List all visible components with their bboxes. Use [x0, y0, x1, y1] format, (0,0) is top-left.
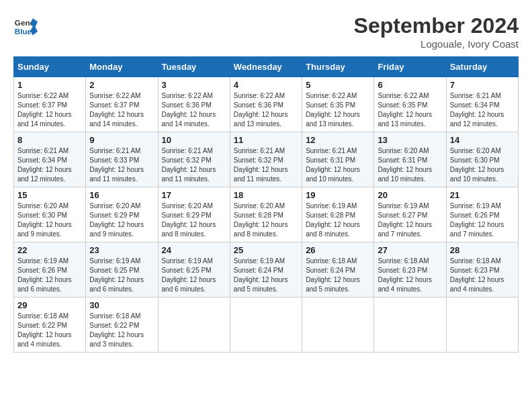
cell-info: Sunrise: 6:21 AMSunset: 6:31 PMDaylight:…: [306, 146, 370, 184]
calendar-cell: 29Sunrise: 6:18 AMSunset: 6:22 PMDayligh…: [14, 298, 86, 353]
weekday-row: SundayMondayTuesdayWednesdayThursdayFrid…: [14, 57, 519, 77]
calendar-cell: 27Sunrise: 6:18 AMSunset: 6:23 PMDayligh…: [374, 242, 446, 298]
day-number: 9: [89, 135, 154, 145]
calendar-cell: 15Sunrise: 6:20 AMSunset: 6:30 PMDayligh…: [14, 187, 86, 242]
cell-info: Sunrise: 6:19 AMSunset: 6:25 PMDaylight:…: [89, 257, 154, 294]
weekday-header: Monday: [86, 57, 158, 77]
calendar-cell: 26Sunrise: 6:18 AMSunset: 6:24 PMDayligh…: [302, 242, 374, 298]
day-number: 16: [89, 190, 154, 200]
weekday-header: Sunday: [14, 57, 86, 77]
cell-info: Sunrise: 6:19 AMSunset: 6:25 PMDaylight:…: [162, 257, 226, 294]
logo-icon: General Blue: [13, 13, 38, 38]
calendar-week-row: 1Sunrise: 6:22 AMSunset: 6:37 PMDaylight…: [14, 77, 519, 132]
cell-info: Sunrise: 6:19 AMSunset: 6:26 PMDaylight:…: [17, 257, 82, 294]
day-number: 11: [234, 135, 298, 145]
cell-info: Sunrise: 6:18 AMSunset: 6:24 PMDaylight:…: [306, 257, 370, 294]
weekday-header: Wednesday: [230, 57, 302, 77]
day-number: 8: [17, 135, 82, 145]
day-number: 14: [450, 135, 515, 145]
day-number: 10: [162, 135, 226, 145]
calendar-cell: 6Sunrise: 6:22 AMSunset: 6:35 PMDaylight…: [374, 77, 446, 132]
calendar-cell: 21Sunrise: 6:19 AMSunset: 6:26 PMDayligh…: [446, 187, 518, 242]
calendar-week-row: 15Sunrise: 6:20 AMSunset: 6:30 PMDayligh…: [14, 187, 519, 242]
cell-info: Sunrise: 6:18 AMSunset: 6:23 PMDaylight:…: [378, 257, 442, 294]
cell-info: Sunrise: 6:18 AMSunset: 6:22 PMDaylight:…: [17, 312, 82, 349]
weekday-header: Thursday: [302, 57, 374, 77]
day-number: 12: [306, 135, 370, 145]
calendar-cell: 25Sunrise: 6:19 AMSunset: 6:24 PMDayligh…: [230, 242, 302, 298]
calendar-cell: 5Sunrise: 6:22 AMSunset: 6:35 PMDaylight…: [302, 77, 374, 132]
cell-info: Sunrise: 6:22 AMSunset: 6:37 PMDaylight:…: [89, 91, 154, 129]
calendar-cell: [158, 298, 230, 353]
day-number: 2: [89, 80, 154, 90]
calendar-cell: 23Sunrise: 6:19 AMSunset: 6:25 PMDayligh…: [86, 242, 158, 298]
day-number: 26: [306, 245, 370, 255]
calendar-cell: 2Sunrise: 6:22 AMSunset: 6:37 PMDaylight…: [86, 77, 158, 132]
cell-info: Sunrise: 6:18 AMSunset: 6:23 PMDaylight:…: [450, 257, 515, 294]
cell-info: Sunrise: 6:22 AMSunset: 6:36 PMDaylight:…: [162, 91, 226, 129]
cell-info: Sunrise: 6:19 AMSunset: 6:28 PMDaylight:…: [306, 201, 370, 239]
calendar-cell: [230, 298, 302, 353]
calendar-cell: [374, 298, 446, 353]
calendar-cell: [302, 298, 374, 353]
logo: General Blue: [13, 13, 38, 38]
calendar-cell: 12Sunrise: 6:21 AMSunset: 6:31 PMDayligh…: [302, 132, 374, 187]
calendar-cell: 22Sunrise: 6:19 AMSunset: 6:26 PMDayligh…: [14, 242, 86, 298]
calendar-cell: 9Sunrise: 6:21 AMSunset: 6:33 PMDaylight…: [86, 132, 158, 187]
day-number: 24: [162, 245, 226, 255]
cell-info: Sunrise: 6:21 AMSunset: 6:34 PMDaylight:…: [450, 91, 515, 129]
day-number: 13: [378, 135, 442, 145]
cell-info: Sunrise: 6:19 AMSunset: 6:26 PMDaylight:…: [450, 201, 515, 239]
svg-text:Blue: Blue: [15, 27, 32, 36]
cell-info: Sunrise: 6:22 AMSunset: 6:36 PMDaylight:…: [234, 91, 298, 129]
calendar-table: SundayMondayTuesdayWednesdayThursdayFrid…: [13, 56, 519, 353]
cell-info: Sunrise: 6:20 AMSunset: 6:29 PMDaylight:…: [89, 201, 154, 239]
day-number: 21: [450, 190, 515, 200]
day-number: 15: [17, 190, 82, 200]
calendar-week-row: 22Sunrise: 6:19 AMSunset: 6:26 PMDayligh…: [14, 242, 519, 298]
title-block: September 2024 Logouale, Ivory Coast: [354, 13, 519, 50]
calendar-cell: 8Sunrise: 6:21 AMSunset: 6:34 PMDaylight…: [14, 132, 86, 187]
calendar-cell: [446, 298, 518, 353]
weekday-header: Friday: [374, 57, 446, 77]
day-number: 30: [89, 300, 154, 310]
day-number: 22: [17, 245, 82, 255]
calendar-cell: 17Sunrise: 6:20 AMSunset: 6:29 PMDayligh…: [158, 187, 230, 242]
day-number: 25: [234, 245, 298, 255]
calendar-cell: 10Sunrise: 6:21 AMSunset: 6:32 PMDayligh…: [158, 132, 230, 187]
calendar-cell: 30Sunrise: 6:18 AMSunset: 6:22 PMDayligh…: [86, 298, 158, 353]
cell-info: Sunrise: 6:20 AMSunset: 6:31 PMDaylight:…: [378, 146, 442, 184]
cell-info: Sunrise: 6:22 AMSunset: 6:35 PMDaylight:…: [378, 91, 442, 129]
day-number: 17: [162, 190, 226, 200]
calendar-cell: 13Sunrise: 6:20 AMSunset: 6:31 PMDayligh…: [374, 132, 446, 187]
day-number: 3: [162, 80, 226, 90]
cell-info: Sunrise: 6:22 AMSunset: 6:37 PMDaylight:…: [17, 91, 82, 129]
cell-info: Sunrise: 6:21 AMSunset: 6:33 PMDaylight:…: [89, 146, 154, 184]
cell-info: Sunrise: 6:20 AMSunset: 6:29 PMDaylight:…: [162, 201, 226, 239]
day-number: 18: [234, 190, 298, 200]
cell-info: Sunrise: 6:19 AMSunset: 6:27 PMDaylight:…: [378, 201, 442, 239]
calendar-cell: 24Sunrise: 6:19 AMSunset: 6:25 PMDayligh…: [158, 242, 230, 298]
day-number: 4: [234, 80, 298, 90]
day-number: 1: [17, 80, 82, 90]
day-number: 5: [306, 80, 370, 90]
page-header: General Blue September 2024 Logouale, Iv…: [13, 13, 519, 50]
cell-info: Sunrise: 6:21 AMSunset: 6:34 PMDaylight:…: [17, 146, 82, 184]
calendar-cell: 3Sunrise: 6:22 AMSunset: 6:36 PMDaylight…: [158, 77, 230, 132]
day-number: 19: [306, 190, 370, 200]
calendar-cell: 1Sunrise: 6:22 AMSunset: 6:37 PMDaylight…: [14, 77, 86, 132]
day-number: 7: [450, 80, 515, 90]
calendar-body: 1Sunrise: 6:22 AMSunset: 6:37 PMDaylight…: [14, 77, 519, 353]
cell-info: Sunrise: 6:21 AMSunset: 6:32 PMDaylight:…: [162, 146, 226, 184]
calendar-cell: 11Sunrise: 6:21 AMSunset: 6:32 PMDayligh…: [230, 132, 302, 187]
day-number: 29: [17, 300, 82, 310]
calendar-cell: 19Sunrise: 6:19 AMSunset: 6:28 PMDayligh…: [302, 187, 374, 242]
cell-info: Sunrise: 6:18 AMSunset: 6:22 PMDaylight:…: [89, 312, 154, 349]
cell-info: Sunrise: 6:22 AMSunset: 6:35 PMDaylight:…: [306, 91, 370, 129]
cell-info: Sunrise: 6:20 AMSunset: 6:30 PMDaylight:…: [17, 201, 82, 239]
calendar-cell: 18Sunrise: 6:20 AMSunset: 6:28 PMDayligh…: [230, 187, 302, 242]
cell-info: Sunrise: 6:21 AMSunset: 6:32 PMDaylight:…: [234, 146, 298, 184]
month-title: September 2024: [354, 13, 519, 38]
cell-info: Sunrise: 6:19 AMSunset: 6:24 PMDaylight:…: [234, 257, 298, 294]
weekday-header: Saturday: [446, 57, 518, 77]
